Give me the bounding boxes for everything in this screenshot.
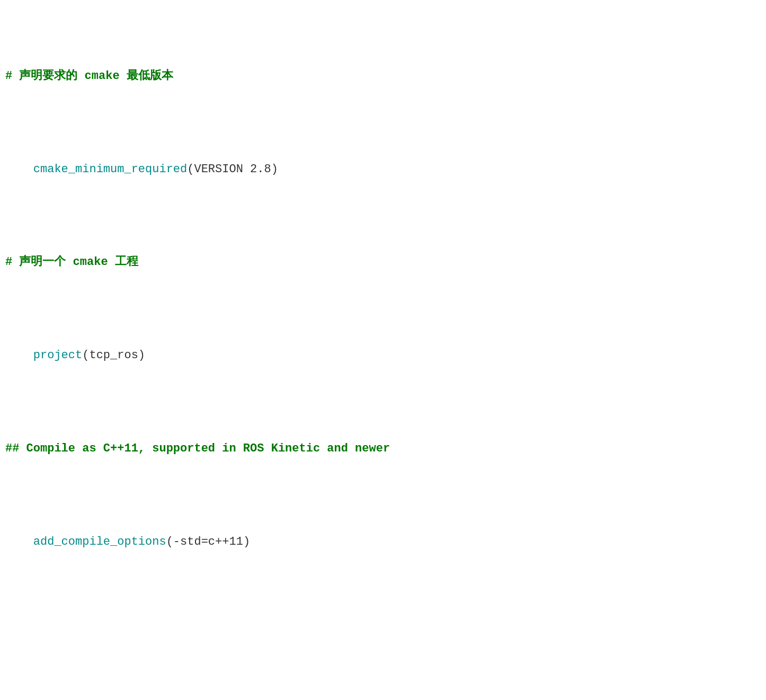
line-project: project(tcp_ros): [5, 327, 755, 384]
add-compile-args: (-std=c++11): [166, 535, 250, 548]
line-cmake-min: cmake_minimum_required(VERSION 2.8): [5, 141, 755, 197]
code-viewer: # 声明要求的 cmake 最低版本 cmake_minimum_require…: [5, 11, 755, 700]
line-add-compile: add_compile_options(-std=c++11): [5, 514, 755, 570]
project-args: (tcp_ros): [82, 349, 145, 362]
cmake-min-args: (VERSION 2.8): [187, 163, 278, 176]
line-comment3: ## Compile as C++11, supported in ROS Ki…: [5, 439, 755, 458]
project-keyword: project: [33, 349, 82, 362]
line-comment2: # 声明一个 cmake 工程: [5, 253, 755, 271]
cmake-min-keyword: cmake_minimum_required: [33, 163, 187, 176]
add-compile-keyword: add_compile_options: [33, 535, 166, 548]
line-blank1: [5, 626, 755, 644]
line-comment1: # 声明要求的 cmake 最低版本: [5, 67, 755, 85]
